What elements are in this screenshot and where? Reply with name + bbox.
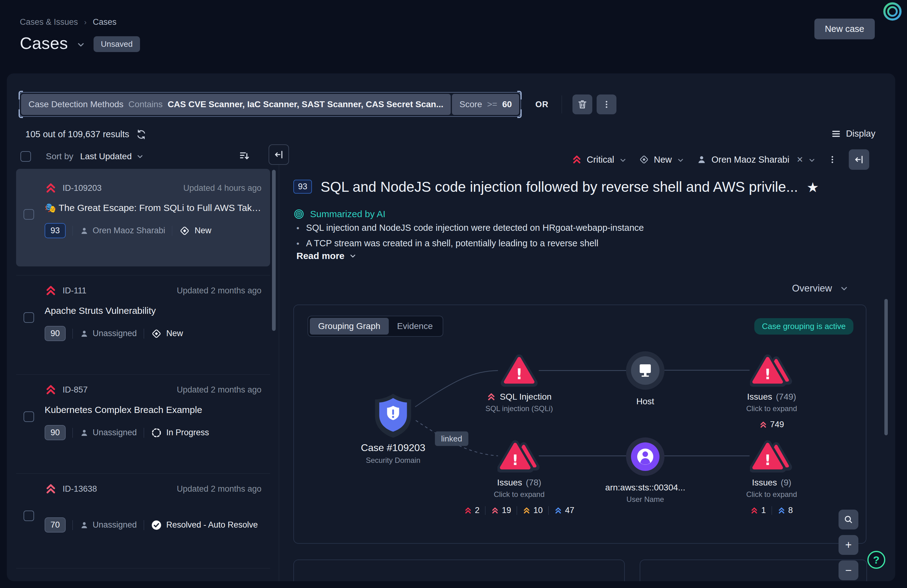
favorite-star-icon[interactable]: ★ bbox=[807, 179, 819, 195]
graph-node-sql-injection[interactable]: ! SQL Injection SQL injection (SQLi) bbox=[463, 354, 575, 413]
graph-node-sublabel: User Name bbox=[580, 495, 710, 504]
case-checkbox[interactable] bbox=[24, 412, 34, 422]
case-row-id-109203[interactable]: ID-109203 Updated 4 hours ago 🎭 The Grea… bbox=[16, 169, 270, 266]
ai-summary-bullet: SQL injection and NodeJS code injection … bbox=[296, 223, 644, 233]
severity-critical-icon bbox=[45, 284, 57, 297]
graph-node-hint: Click to expand bbox=[457, 490, 581, 499]
graph-node-issues-9[interactable]: ! Issues (9) Click to expand 1 bbox=[716, 440, 827, 515]
page: Cases & Issues › Cases Cases Unsaved New… bbox=[0, 0, 907, 588]
severity-low-icon bbox=[777, 506, 785, 514]
graph-node-label: Host bbox=[636, 397, 654, 407]
select-all-checkbox[interactable] bbox=[21, 151, 31, 162]
person-icon bbox=[80, 521, 89, 530]
severity-critical-icon bbox=[572, 154, 582, 165]
question-mark-icon: ? bbox=[873, 554, 880, 566]
divider bbox=[72, 329, 73, 339]
person-icon bbox=[696, 154, 707, 165]
assignee-dropdown[interactable]: Oren Maoz Sharabi ✕ bbox=[696, 154, 816, 165]
detail-scrollbar[interactable] bbox=[885, 299, 888, 435]
stacked-warning-triangles-icon: ! bbox=[750, 440, 793, 473]
collapse-detail-button[interactable] bbox=[849, 149, 869, 170]
case-checkbox[interactable] bbox=[24, 511, 34, 521]
results-count: 105 out of 109,637 results bbox=[26, 129, 129, 139]
person-icon bbox=[80, 428, 89, 437]
case-assignee: Oren Maoz Sharabi bbox=[80, 226, 165, 236]
stacked-warning-triangles-icon: ! bbox=[750, 354, 793, 388]
filter-more-options-button[interactable] bbox=[597, 95, 617, 114]
severity-critical-icon bbox=[45, 182, 57, 194]
collapse-left-icon bbox=[274, 149, 284, 160]
assignee-name: Oren Maoz Sharabi bbox=[711, 155, 789, 165]
case-assignee: Unassigned bbox=[80, 520, 137, 530]
title-chevron-down-icon[interactable] bbox=[76, 40, 85, 49]
filter-row: Case Detection Methods Contains CAS CVE … bbox=[19, 92, 617, 117]
severity-count-value: 10 bbox=[534, 506, 543, 515]
title-row: Cases Unsaved bbox=[20, 34, 140, 53]
chevron-down-icon bbox=[349, 252, 357, 260]
help-button[interactable]: ? bbox=[867, 551, 885, 569]
graph-search-button[interactable] bbox=[838, 509, 858, 529]
case-title: SQL and NodeJS code injection followed b… bbox=[320, 178, 798, 195]
case-title: 🎭 The Great Escape: From SQLi to Full AW… bbox=[16, 202, 270, 213]
main-panel: Case Detection Methods Contains CAS CVE … bbox=[7, 74, 895, 581]
zoom-in-button[interactable]: + bbox=[838, 535, 858, 555]
new-case-button[interactable]: New case bbox=[814, 19, 875, 39]
severity-high-icon bbox=[491, 506, 499, 514]
filter-chip-score[interactable]: Score >= 60 bbox=[452, 94, 519, 115]
severity-label: Critical bbox=[587, 155, 614, 165]
case-checkbox[interactable] bbox=[24, 312, 34, 323]
case-checkbox[interactable] bbox=[24, 209, 34, 219]
case-status-label: New bbox=[166, 329, 183, 338]
list-scrollbar[interactable] bbox=[272, 170, 276, 331]
trash-icon bbox=[577, 99, 588, 110]
case-status: Resolved - Auto Resolve bbox=[151, 519, 258, 531]
sort-value-label: Last Updated bbox=[80, 152, 132, 162]
graph-node-case[interactable]: Case #109203 Security Domain bbox=[337, 393, 449, 465]
bottom-card-right bbox=[640, 559, 867, 581]
delete-filter-button[interactable] bbox=[572, 95, 592, 114]
graph-canvas[interactable]: Case #109203 Security Domain ! bbox=[294, 305, 866, 543]
filter-chip-detection-methods[interactable]: Case Detection Methods Contains CAS CVE … bbox=[21, 94, 451, 115]
graph-node-count: (9) bbox=[780, 478, 791, 488]
severity-count-value: 2 bbox=[475, 506, 479, 515]
divider bbox=[72, 428, 73, 438]
divider bbox=[72, 226, 73, 236]
sort-value-dropdown[interactable]: Last Updated bbox=[80, 152, 144, 162]
refresh-icon[interactable] bbox=[136, 129, 146, 140]
graph-node-user[interactable]: arn:aws:sts::00304... User Name bbox=[580, 437, 710, 504]
status-resolved-icon bbox=[151, 519, 162, 531]
read-more-label: Read more bbox=[296, 251, 345, 261]
graph-node-issues-749[interactable]: ! Issues (749) Click to expand 749 bbox=[716, 354, 827, 429]
graph-node-issues-78[interactable]: ! Issues (78) Click to expand 2 bbox=[457, 440, 581, 515]
case-score-badge: 93 bbox=[45, 223, 66, 238]
ai-summary-bullet-text: A TCP stream was created in a shell, pot… bbox=[306, 238, 598, 248]
host-monitor-icon bbox=[625, 351, 665, 390]
read-more-button[interactable]: Read more bbox=[296, 251, 357, 261]
breadcrumb-cases[interactable]: Cases bbox=[93, 18, 117, 27]
case-title: Apache Struts Vulnerability bbox=[16, 306, 270, 316]
display-button[interactable]: Display bbox=[831, 128, 875, 139]
clear-assignee-icon[interactable]: ✕ bbox=[796, 155, 803, 165]
sort-direction-button[interactable] bbox=[239, 150, 250, 162]
filter-join-operator[interactable]: OR bbox=[535, 100, 549, 109]
case-row-id-111[interactable]: ID-111 Updated 2 months ago Apache Strut… bbox=[16, 276, 270, 369]
severity-dropdown[interactable]: Critical bbox=[572, 154, 627, 165]
case-updated: Updated 2 months ago bbox=[177, 484, 261, 494]
section-selector-label: Overview bbox=[792, 283, 832, 294]
sort-by-label: Sort by bbox=[46, 152, 74, 162]
filter-bracket-icon bbox=[517, 109, 522, 118]
case-row-id-13638[interactable]: ID-13638 Updated 2 months ago 70 Unassig… bbox=[16, 474, 270, 567]
collapse-list-button[interactable] bbox=[269, 144, 289, 165]
graph-node-count: (749) bbox=[776, 392, 796, 402]
graph-node-label: Issues bbox=[497, 478, 522, 488]
breadcrumb-cases-and-issues[interactable]: Cases & Issues bbox=[20, 18, 78, 27]
case-row-id-857[interactable]: ID-857 Updated 2 months ago Kubernetes C… bbox=[16, 375, 270, 468]
case-more-options-button[interactable] bbox=[828, 155, 837, 164]
filter-operator: >= bbox=[487, 99, 497, 109]
page-title: Cases bbox=[20, 34, 68, 53]
case-assignee: Unassigned bbox=[80, 329, 137, 338]
graph-node-host[interactable]: Host bbox=[599, 351, 692, 407]
status-dropdown[interactable]: New bbox=[639, 154, 684, 165]
section-selector-dropdown[interactable]: Overview bbox=[792, 283, 849, 294]
unsaved-badge: Unsaved bbox=[93, 36, 140, 52]
